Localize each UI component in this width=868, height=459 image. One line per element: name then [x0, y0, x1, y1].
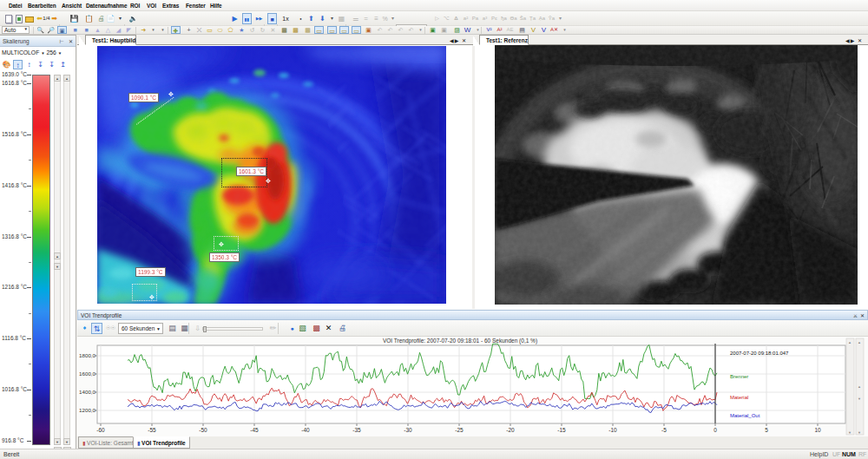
svg-text:-30: -30	[404, 427, 412, 433]
svg-text:▼: ▼	[858, 397, 861, 401]
svg-text:▼: ▼	[858, 430, 861, 435]
svg-text:-10: -10	[608, 427, 617, 433]
svg-text:10: 10	[814, 427, 821, 433]
svg-text:-25: -25	[455, 427, 464, 433]
svg-text:▼: ▼	[848, 430, 852, 435]
svg-text:5: 5	[765, 427, 768, 433]
svg-text:1600,0: 1600,0	[79, 370, 95, 377]
svg-text:-60: -60	[96, 427, 105, 433]
svg-text:1200,0: 1200,0	[79, 407, 95, 413]
svg-text:VOI Trendprofile: 2007-07-20 0: VOI Trendprofile: 2007-07-20 09:18:01 - …	[383, 338, 537, 344]
svg-text:-55: -55	[148, 427, 156, 433]
svg-text:-5: -5	[661, 427, 667, 433]
svg-text:▲: ▲	[858, 340, 861, 344]
svg-text:-15: -15	[557, 427, 566, 433]
svg-text:1800,0: 1800,0	[79, 352, 95, 358]
svg-text:Material: Material	[730, 395, 748, 400]
svg-text:Brenner: Brenner	[730, 374, 748, 379]
svg-text:-40: -40	[301, 427, 310, 433]
svg-text:-45: -45	[250, 427, 259, 433]
svg-text:-50: -50	[199, 427, 207, 433]
svg-text:▲: ▲	[858, 384, 861, 389]
svg-text:0: 0	[713, 427, 717, 433]
svg-text:-20: -20	[506, 427, 515, 433]
svg-text:Material_Out: Material_Out	[730, 413, 760, 418]
svg-text:1400,0: 1400,0	[79, 389, 95, 395]
svg-text:▲: ▲	[848, 340, 852, 344]
svg-text:2007-07-20 09:18:01.047: 2007-07-20 09:18:01.047	[730, 351, 789, 356]
svg-text:-35: -35	[352, 427, 361, 433]
